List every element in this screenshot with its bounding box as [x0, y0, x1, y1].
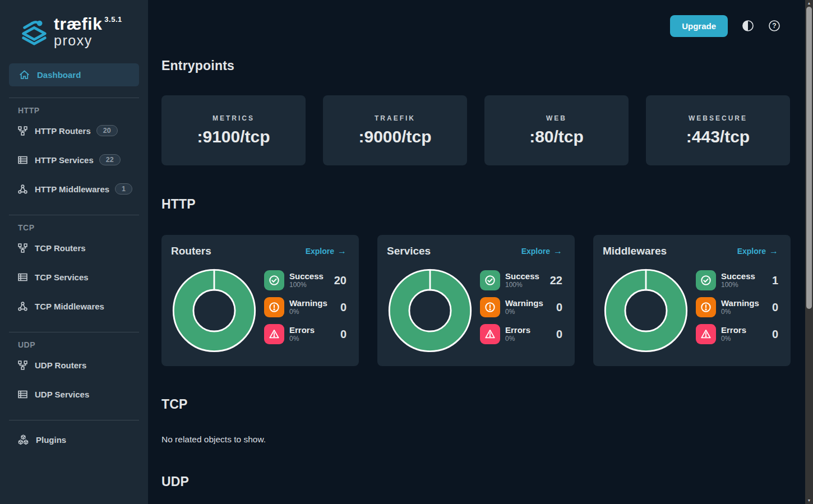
donut-legend: Success100% 20 Warnings0% 0 [264, 267, 347, 354]
sidebar-item-tcp-middlewares[interactable]: TCP Middlewares [0, 292, 148, 321]
card-title: Routers [171, 245, 211, 257]
warning-icon [480, 297, 500, 317]
scrollbar-thumb[interactable] [806, 7, 812, 309]
services-icon [18, 155, 27, 165]
count-badge: 1 [115, 183, 132, 195]
topbar: Upgrade ? [161, 0, 791, 52]
card-title: Middlewares [603, 245, 667, 257]
sidebar-item-label: Dashboard [37, 70, 81, 80]
theme-toggle-icon[interactable] [742, 20, 754, 32]
explore-services-link[interactable]: Explore → [521, 246, 562, 256]
legend-count: 22 [550, 274, 562, 287]
sidebar-item-label: UDP Routers [35, 360, 86, 370]
sidebar-item-http-services[interactable]: HTTP Services 22 [0, 145, 148, 174]
sidebar-item-label: TCP Middlewares [35, 302, 104, 311]
entrypoint-card-traefik: TRAEFIK :9000/tcp [323, 95, 467, 165]
entrypoint-name: TRAEFIK [375, 114, 415, 122]
legend-row-success: Success100% 22 [480, 270, 562, 290]
http-routers-card: Routers Explore → [161, 235, 359, 366]
legend-count: 0 [772, 301, 778, 314]
card-title: Services [387, 245, 431, 257]
plugins-icon [18, 434, 29, 445]
traefik-logo-icon [19, 17, 49, 47]
entrypoint-card-metrics: METRICS :9100/tcp [161, 95, 306, 165]
legend-count: 20 [334, 274, 347, 287]
legend-count: 1 [772, 274, 778, 287]
sidebar-item-http-routers[interactable]: HTTP Routers 20 [0, 116, 148, 145]
sidebar-item-label: TCP Routers [35, 243, 86, 253]
donut-legend: Success100% 1 Warnings0% 0 [696, 267, 778, 354]
upgrade-button[interactable]: Upgrade [670, 15, 728, 37]
svg-text:?: ? [772, 22, 776, 30]
entrypoints-row: METRICS :9100/tcp TRAEFIK :9000/tcp WEB … [161, 95, 791, 165]
home-icon [19, 70, 30, 80]
sidebar: træfik3.5.1 proxy Dashboard HTTP HTTP Ro… [0, 0, 148, 504]
scroll-up-icon[interactable]: ▲ [805, 1, 813, 6]
sidebar-item-label: UDP Services [35, 390, 89, 399]
entrypoint-name: WEBSECURE [689, 114, 747, 122]
count-badge: 22 [99, 154, 121, 166]
vertical-scrollbar[interactable]: ▲ ▼ [805, 0, 813, 504]
arrow-right-icon: → [769, 246, 778, 256]
middlewares-icon [18, 302, 27, 311]
legend-row-errors: Errors0% 0 [480, 324, 562, 344]
brand-name: træfik3.5.1 [54, 16, 122, 33]
tcp-section-title: TCP [161, 397, 791, 412]
sidebar-divider [9, 215, 139, 215]
explore-routers-link[interactable]: Explore → [306, 246, 347, 256]
legend-row-success: Success100% 1 [696, 270, 778, 290]
explore-middlewares-link[interactable]: Explore → [737, 246, 778, 256]
success-icon [480, 270, 500, 290]
sidebar-item-plugins[interactable]: Plugins [0, 425, 148, 454]
http-services-card: Services Explore → [377, 235, 575, 366]
entrypoint-name: METRICS [213, 114, 255, 122]
legend-count: 0 [340, 301, 347, 314]
middlewares-icon [18, 184, 27, 194]
error-icon [264, 324, 284, 344]
http-middlewares-card: Middlewares Explore → [593, 235, 791, 366]
donut-chart [171, 267, 257, 354]
entrypoint-address: :443/tcp [686, 127, 750, 146]
main-content: Upgrade ? Entrypoints METRICS :9100/tcp … [148, 0, 805, 504]
sidebar-divider [9, 98, 139, 98]
legend-row-warnings: Warnings0% 0 [480, 297, 562, 317]
brand-version: 3.5.1 [104, 15, 122, 24]
entrypoints-title: Entrypoints [161, 58, 791, 73]
sidebar-divider [9, 420, 139, 420]
arrow-right-icon: → [553, 246, 562, 256]
legend-count: 0 [556, 328, 562, 341]
legend-row-warnings: Warnings0% 0 [696, 297, 778, 317]
services-icon [18, 390, 27, 399]
sidebar-item-udp-services[interactable]: UDP Services [0, 380, 148, 409]
udp-section-title: UDP [161, 474, 791, 489]
legend-count: 0 [340, 328, 347, 341]
entrypoint-address: :9100/tcp [197, 127, 270, 146]
error-icon [696, 324, 716, 344]
sidebar-item-dashboard[interactable]: Dashboard [9, 63, 139, 86]
scroll-down-icon[interactable]: ▼ [805, 498, 813, 503]
sidebar-item-label: HTTP Middlewares [35, 184, 109, 194]
sidebar-section-udp: UDP [18, 340, 148, 349]
legend-row-warnings: Warnings0% 0 [264, 297, 347, 317]
sidebar-item-tcp-services[interactable]: TCP Services [0, 262, 148, 292]
brand-product: proxy [54, 34, 122, 48]
donut-chart [387, 267, 473, 354]
routers-icon [18, 243, 27, 253]
http-section-title: HTTP [161, 197, 791, 212]
app-logo[interactable]: træfik3.5.1 proxy [19, 16, 148, 48]
sidebar-item-tcp-routers[interactable]: TCP Routers [0, 233, 148, 262]
legend-row-errors: Errors0% 0 [696, 324, 778, 344]
sidebar-item-label: TCP Services [35, 272, 89, 282]
success-icon [264, 270, 284, 290]
sidebar-item-label: HTTP Services [35, 155, 94, 165]
warning-icon [696, 297, 716, 317]
sidebar-item-udp-routers[interactable]: UDP Routers [0, 350, 148, 380]
entrypoint-address: :9000/tcp [358, 127, 431, 146]
success-icon [696, 270, 716, 290]
help-icon[interactable]: ? [768, 20, 780, 32]
warning-icon [264, 297, 284, 317]
arrow-right-icon: → [338, 246, 347, 256]
legend-count: 0 [556, 301, 562, 314]
sidebar-item-http-middlewares[interactable]: HTTP Middlewares 1 [0, 174, 148, 204]
donut-chart [603, 267, 689, 354]
